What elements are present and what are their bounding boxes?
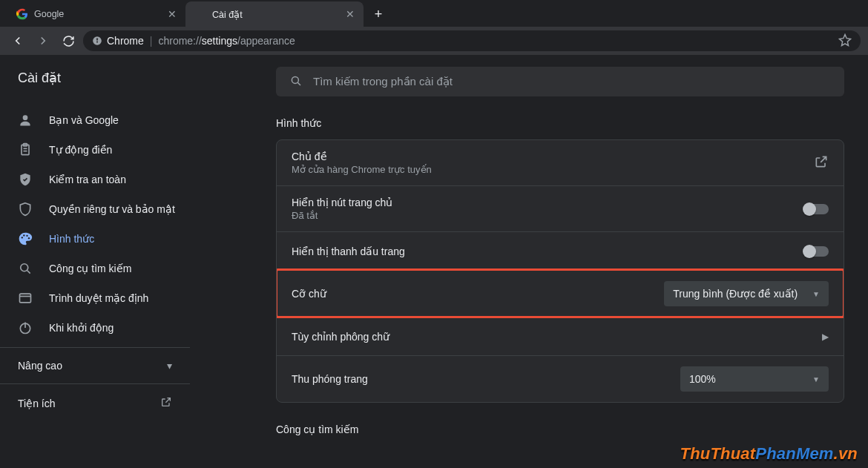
sidebar-item-safety-check[interactable]: Kiểm tra an toàn: [0, 165, 190, 194]
svg-line-19: [297, 82, 300, 85]
svg-point-1: [96, 39, 98, 40]
back-button[interactable]: [7, 30, 28, 51]
svg-point-11: [28, 237, 30, 239]
sidebar-item-autofill[interactable]: Tự động điền: [0, 135, 190, 165]
address-bar[interactable]: Chrome | chrome://settings/appearance: [83, 30, 861, 51]
sidebar-item-appearance[interactable]: Hình thức: [0, 224, 190, 254]
toggle-home-button[interactable]: [803, 204, 829, 214]
section-title: Công cụ tìm kiếm: [276, 423, 844, 435]
chevron-down-icon: ▼: [812, 290, 820, 298]
svg-point-10: [26, 235, 27, 237]
gear-icon: [194, 8, 206, 20]
shield-icon: [18, 202, 33, 217]
power-icon: [18, 320, 33, 335]
sidebar-item-label: Kiểm tra an toàn: [49, 174, 126, 185]
google-favicon: [16, 8, 28, 20]
row-theme[interactable]: Chủ đề Mở cửa hàng Chrome trực tuyến: [277, 140, 844, 185]
svg-point-18: [292, 76, 298, 83]
bookmark-star-icon[interactable]: [838, 33, 852, 49]
svg-point-9: [23, 234, 24, 236]
sidebar-item-privacy[interactable]: Quyền riêng tư và bảo mật: [0, 194, 190, 224]
extensions-link[interactable]: Tiện ích: [0, 383, 190, 422]
site-identity[interactable]: Chrome: [92, 35, 144, 47]
advanced-toggle[interactable]: Nâng cao ▾: [0, 347, 190, 383]
sidebar-item-on-startup[interactable]: Khi khởi động: [0, 313, 190, 343]
clipboard-icon: [18, 142, 33, 157]
row-bookmarks-bar: Hiển thị thanh dấu trang: [277, 231, 844, 270]
svg-point-3: [23, 115, 28, 120]
new-tab-button[interactable]: +: [368, 4, 389, 24]
svg-rect-14: [20, 294, 31, 303]
sidebar-item-label: Khi khởi động: [49, 322, 114, 334]
sidebar-item-label: Hình thức: [49, 233, 94, 245]
row-home-button: Hiển thị nút trang chủ Đã tắt: [277, 185, 844, 231]
chevron-down-icon: ▼: [812, 375, 820, 383]
row-page-zoom: Thu phóng trang 100% ▼: [277, 355, 844, 402]
forward-button[interactable]: [33, 30, 53, 51]
sidebar-item-label: Công cụ tìm kiếm: [49, 263, 131, 274]
svg-point-8: [22, 237, 23, 238]
sidebar-item-search-engine[interactable]: Công cụ tìm kiếm: [0, 254, 190, 283]
open-external-icon: [814, 154, 829, 172]
row-customize-fonts[interactable]: Tùy chỉnh phông chữ ▶: [277, 317, 844, 355]
svg-point-12: [21, 264, 28, 271]
browser-toolbar: Chrome | chrome://settings/appearance: [0, 27, 868, 55]
open-external-icon: [160, 396, 172, 410]
sidebar-item-you-and-google[interactable]: Bạn và Google: [0, 105, 190, 135]
svg-line-13: [27, 271, 30, 274]
tab-title: Google: [34, 9, 160, 19]
tab-strip: Google ✕ Cài đặt ✕ +: [0, 0, 868, 27]
reload-button[interactable]: [58, 30, 79, 51]
sidebar-item-label: Bạn và Google: [49, 114, 119, 126]
row-font-size: Cỡ chữ Trung bình (Được đề xuất) ▼: [277, 270, 844, 317]
browser-icon: [18, 291, 33, 306]
close-icon[interactable]: ✕: [344, 8, 356, 20]
extensions-label: Tiện ích: [18, 398, 56, 409]
tab-google[interactable]: Google ✕: [7, 1, 185, 27]
tab-settings[interactable]: Cài đặt ✕: [185, 1, 364, 27]
page-zoom-select[interactable]: 100% ▼: [680, 366, 829, 392]
close-icon[interactable]: ✕: [166, 8, 178, 20]
shield-check-icon: [18, 172, 33, 187]
toggle-bookmarks-bar[interactable]: [803, 246, 829, 257]
chevron-right-icon: ▶: [822, 332, 829, 342]
chevron-down-icon: ▾: [167, 360, 172, 372]
page-title: Cài đặt: [0, 70, 190, 99]
main-content: Tìm kiếm trong phần cài đặt Hình thức Ch…: [193, 55, 868, 468]
settings-search[interactable]: Tìm kiếm trong phần cài đặt: [276, 67, 844, 96]
sidebar-item-label: Quyền riêng tư và bảo mật: [49, 203, 175, 215]
section-title: Hình thức: [276, 117, 844, 129]
person-icon: [18, 113, 33, 128]
advanced-label: Nâng cao: [18, 360, 62, 372]
appearance-card: Chủ đề Mở cửa hàng Chrome trực tuyến Hiể…: [276, 139, 844, 403]
svg-rect-2: [96, 40, 97, 43]
palette-icon: [18, 231, 33, 246]
tab-title: Cài đặt: [212, 9, 338, 20]
font-size-select[interactable]: Trung bình (Được đề xuất) ▼: [664, 281, 829, 306]
search-icon: [18, 261, 33, 276]
search-icon: [289, 74, 303, 90]
sidebar-item-label: Trình duyệt mặc định: [49, 292, 148, 304]
search-placeholder: Tìm kiếm trong phần cài đặt: [313, 75, 453, 88]
sidebar-item-default-browser[interactable]: Trình duyệt mặc định: [0, 283, 190, 313]
sidebar-item-label: Tự động điền: [49, 144, 112, 156]
settings-sidebar: Cài đặt Bạn và Google Tự động điền Kiểm …: [0, 55, 193, 468]
